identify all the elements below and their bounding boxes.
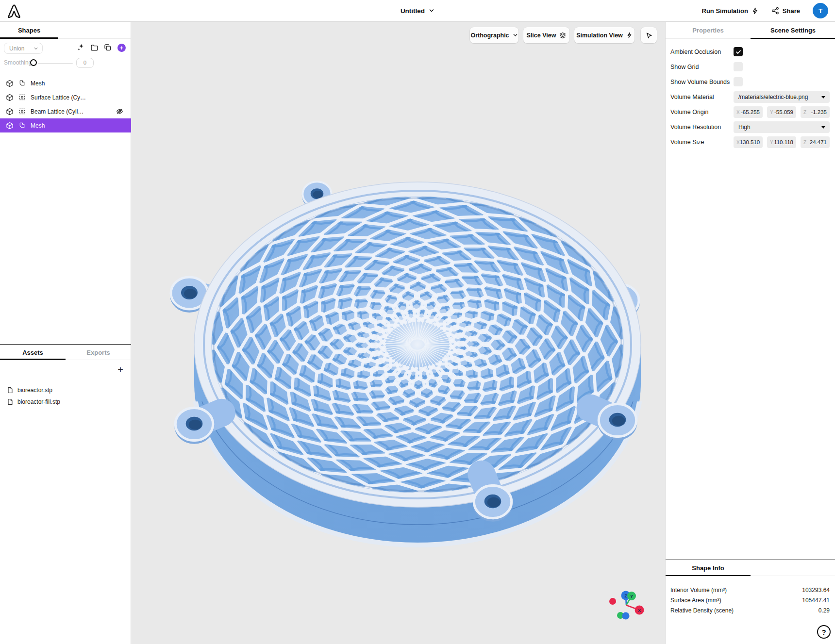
mesh-shape-icon [18, 80, 26, 87]
axis-y-tag: Y [770, 110, 773, 115]
volume-origin-z-value: -1.235 [811, 109, 827, 115]
smoothing-slider-track[interactable] [38, 63, 73, 64]
share-icon [771, 7, 779, 15]
show-volume-bounds-label: Show Volume Bounds [670, 79, 730, 85]
tab-scene-settings[interactable]: Scene Settings [751, 22, 835, 39]
folder-button[interactable] [89, 43, 99, 52]
asset-file-bioreactor-fill[interactable]: bioreactor-fill.stp [0, 396, 131, 408]
show-volume-bounds-checkbox[interactable] [734, 77, 743, 86]
shape-row-mesh-1[interactable]: Mesh [0, 76, 131, 90]
show-grid-checkbox[interactable] [734, 62, 743, 71]
assets-section: Assets Exports + bioreactor.stp bioreact… [0, 344, 131, 360]
dropdown-arrow-icon [821, 96, 825, 99]
top-bar: Untitled Run Simulation Share T [0, 0, 835, 22]
simulation-view-button[interactable]: Simulation View [574, 27, 635, 43]
tab-shapes-underline [0, 37, 58, 39]
boolean-op-select[interactable]: Union [4, 43, 43, 54]
axis-z-tag: Z [803, 110, 806, 115]
asset-file-bioreactor[interactable]: bioreactor.stp [0, 384, 131, 396]
mesh-shape-icon [18, 122, 26, 129]
help-button[interactable]: ? [817, 625, 831, 639]
shape-label: Surface Lattice (Cy… [31, 94, 86, 101]
axis-gizmo[interactable]: Z Y X [595, 573, 658, 636]
user-avatar[interactable]: T [813, 3, 828, 18]
volume-size-y-value: 110.118 [774, 139, 793, 145]
chevron-down-icon [33, 46, 38, 51]
tab-assets[interactable]: Assets [0, 345, 66, 360]
file-icon [7, 398, 14, 405]
volume-resolution-value: High [738, 124, 751, 131]
cube-icon [6, 80, 14, 87]
ambient-occlusion-checkbox[interactable] [734, 47, 743, 56]
surface-area-label: Surface Area (mm²) [670, 597, 721, 604]
cube-icon [6, 94, 14, 101]
volume-material-select[interactable]: /materials/electric-blue.png [734, 91, 830, 103]
projection-label: Orthographic [470, 32, 509, 39]
volume-origin-x-input[interactable]: X -65.255 [734, 106, 763, 118]
volume-resolution-select[interactable]: High [734, 121, 830, 133]
tab-scene-settings-underline [751, 38, 835, 39]
dropdown-arrow-icon [821, 126, 825, 129]
file-name: bioreactor.stp [17, 387, 52, 394]
run-simulation-button[interactable]: Run Simulation [702, 7, 759, 15]
volume-material-label: Volume Material [670, 94, 714, 100]
volume-origin-y-input[interactable]: Y -55.059 [767, 106, 796, 118]
volume-origin-label: Volume Origin [670, 109, 709, 116]
tab-shape-info[interactable]: Shape Info [666, 560, 751, 576]
volume-origin-y-value: -55.059 [774, 109, 793, 115]
cursor-icon [646, 32, 652, 39]
tab-exports[interactable]: Exports [66, 345, 131, 360]
axis-neg-z-ball[interactable] [622, 612, 630, 620]
tab-shapes[interactable]: Shapes [0, 22, 58, 39]
volume-resolution-label: Volume Resolution [670, 124, 721, 131]
tab-properties-label: Properties [692, 27, 723, 34]
slice-view-label: Slice View [527, 32, 556, 39]
show-grid-label: Show Grid [670, 64, 699, 70]
bioreactor-model[interactable] [131, 22, 665, 644]
visibility-off-icon[interactable] [116, 108, 123, 115]
shape-list: Mesh Surface Lattice (Cy… Beam Lattice (… [0, 76, 131, 132]
select-tool-button[interactable] [641, 27, 657, 43]
ambient-occlusion-label: Ambient Occlusion [670, 49, 721, 55]
shape-row-mesh-2-selected[interactable]: Mesh [0, 118, 131, 132]
plus-circle-icon: + [117, 44, 126, 52]
chevron-down-icon [513, 33, 518, 38]
chevron-down-icon [429, 8, 434, 14]
volume-origin-z-input[interactable]: Z -1.235 [801, 106, 830, 118]
smoothing-label: Smoothing [4, 59, 32, 66]
share-button[interactable]: Share [771, 7, 800, 15]
axis-z-tag: Z [803, 140, 806, 145]
tab-exports-label: Exports [86, 349, 110, 356]
slice-view-button[interactable]: Slice View [523, 27, 569, 43]
axis-neg-x-ball[interactable] [609, 598, 616, 605]
add-shape-button[interactable]: + [117, 43, 126, 52]
volume-material-value: /materials/electric-blue.png [738, 94, 808, 100]
file-icon [7, 387, 14, 394]
viewport-3d[interactable]: Orthographic Slice View Simulation View [131, 22, 665, 644]
ai-sparkles-button[interactable] [76, 43, 85, 52]
simulation-view-label: Simulation View [576, 32, 623, 39]
smoothing-slider-knob[interactable] [30, 59, 37, 66]
axis-y-tag: Y [770, 140, 773, 145]
check-icon [735, 49, 741, 55]
smoothing-input[interactable]: 0 [76, 58, 94, 68]
volume-origin-x-value: -65.255 [741, 109, 760, 115]
volume-size-x-input[interactable]: X 130.510 [734, 136, 763, 148]
shape-row-beam-lattice[interactable]: Beam Lattice (Cyli… [0, 104, 131, 118]
volume-size-x-value: 130.510 [740, 139, 760, 145]
axis-x-tag: X [736, 140, 740, 145]
axis-x-tag: X [736, 110, 740, 115]
add-asset-button[interactable]: + [116, 365, 125, 375]
boolean-op-value: Union [9, 45, 24, 52]
volume-size-z-input[interactable]: Z 24.471 [801, 136, 830, 148]
shape-row-surface-lattice[interactable]: Surface Lattice (Cy… [0, 90, 131, 104]
tab-properties[interactable]: Properties [666, 22, 751, 39]
copy-icon [104, 44, 112, 51]
interior-volume-value: 103293.64 [802, 587, 830, 594]
relative-density-value: 0.29 [818, 607, 830, 614]
volume-size-z-value: 24.471 [810, 139, 827, 145]
projection-select[interactable]: Orthographic [470, 27, 518, 43]
duplicate-button[interactable] [103, 43, 113, 52]
volume-size-label: Volume Size [670, 139, 704, 146]
volume-size-y-input[interactable]: Y 110.118 [767, 136, 796, 148]
